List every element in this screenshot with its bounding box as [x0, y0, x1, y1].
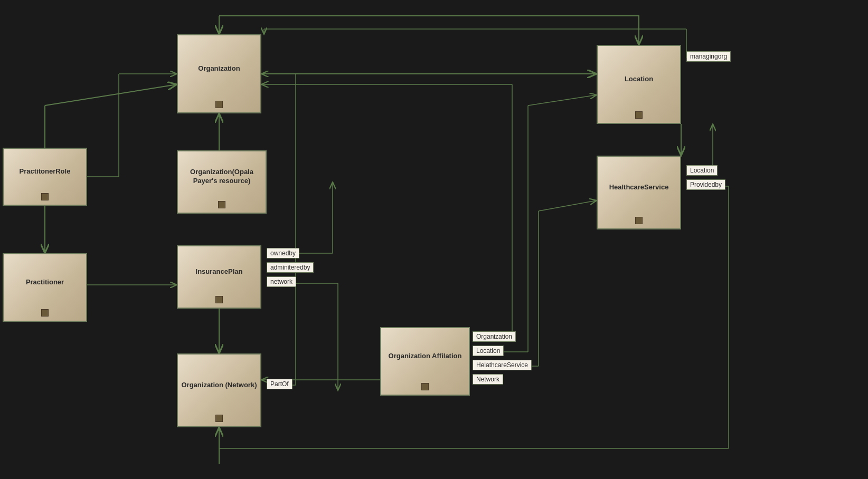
healthcare-service-icon	[635, 217, 643, 224]
label-org-aff-network: Network	[473, 374, 503, 385]
label-adminiteredby: adminiteredby	[267, 262, 314, 273]
node-org-affiliation: Organization Affilation	[380, 327, 470, 396]
node-practitioner: Practitioner	[3, 253, 87, 322]
practitioner-role-label: PractitonerRole	[20, 167, 71, 187]
label-org-aff-location: Location	[473, 346, 504, 356]
location-icon	[635, 111, 643, 119]
practitioner-icon	[41, 309, 49, 317]
svg-line-2	[45, 84, 177, 106]
arrows-svg	[0, 0, 868, 479]
node-location: Location	[597, 45, 681, 124]
org-affiliation-icon	[421, 383, 429, 390]
node-organization-payer: Organization(Opala Payer's resource)	[177, 150, 267, 214]
label-org-aff-hs: HelathcareService	[473, 360, 532, 370]
healthcare-service-label: HealthcareService	[609, 183, 669, 203]
practitioner-role-icon	[41, 193, 49, 200]
label-providedby: Providedby	[686, 179, 725, 190]
org-payer-icon	[218, 201, 225, 208]
node-organization-network: Organization (Network)	[177, 353, 261, 427]
organization-label: Organization	[198, 64, 240, 84]
org-affiliation-label: Organization Affilation	[389, 352, 462, 371]
insurance-plan-label: InsurancePlan	[196, 267, 243, 287]
practitioner-label: Practitioner	[26, 278, 64, 298]
location-label: Location	[625, 75, 653, 94]
label-ownedby: ownedby	[267, 248, 299, 258]
org-payer-label: Organization(Opala Payer's resource)	[178, 168, 266, 196]
svg-line-26	[539, 200, 597, 211]
node-practitioner-role: PractitonerRole	[3, 148, 87, 206]
label-managingorg: managingorg	[686, 51, 731, 62]
label-location-hs: Location	[686, 165, 718, 176]
node-healthcare-service: HealthcareService	[597, 156, 681, 229]
insurance-plan-icon	[215, 296, 223, 303]
label-org-aff-organization: Organization	[473, 331, 516, 342]
diagram: Organization Organization(Opala Payer's …	[0, 0, 868, 479]
label-network: network	[267, 276, 296, 287]
node-insurance-plan: InsurancePlan	[177, 245, 261, 309]
svg-line-23	[528, 95, 597, 106]
node-organization: Organization	[177, 34, 261, 113]
label-partof: PartOf	[267, 379, 293, 389]
org-network-icon	[215, 415, 223, 422]
org-network-label: Organization (Network)	[181, 381, 257, 400]
organization-icon	[215, 101, 223, 108]
